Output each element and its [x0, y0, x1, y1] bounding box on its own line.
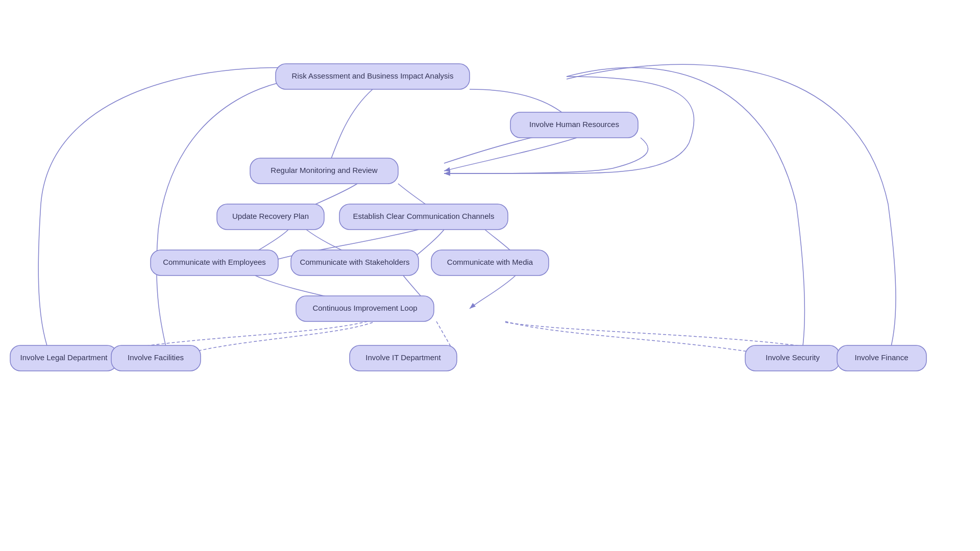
node-stakeholders-label: Communicate with Stakeholders [300, 258, 409, 266]
node-hr-label: Involve Human Resources [529, 120, 619, 129]
node-employees-label: Communicate with Employees [163, 258, 266, 266]
node-legal-label: Involve Legal Department [20, 353, 108, 362]
arrow-risk-finance [567, 64, 896, 357]
node-monitor-label: Regular Monitoring and Review [271, 166, 377, 174]
arrow-hr-monitor2 [444, 138, 648, 173]
node-security-label: Involve Security [766, 353, 820, 362]
node-risk-label: Risk Assessment and Business Impact Anal… [292, 71, 454, 80]
node-it-label: Involve IT Department [365, 353, 441, 362]
arrow-media-loop [470, 276, 516, 309]
node-update-label: Update Recovery Plan [232, 212, 309, 220]
node-finance-label: Involve Finance [854, 353, 908, 362]
node-loop-label: Continuous Improvement Loop [312, 304, 417, 312]
node-comms-label: Establish Clear Communication Channels [353, 212, 495, 220]
node-media-label: Communicate with Media [447, 258, 533, 266]
arrow-risk-security [567, 68, 805, 357]
node-facilities-label: Involve Facilities [128, 353, 184, 362]
